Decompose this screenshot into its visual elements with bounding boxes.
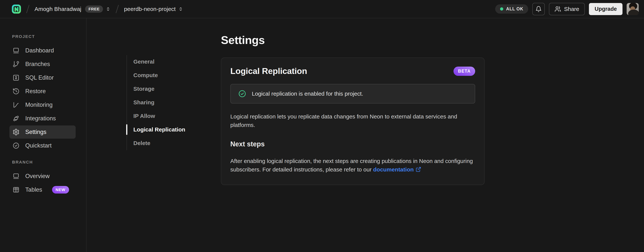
success-message: Logical replication is enabled for this … xyxy=(252,90,363,97)
share-button[interactable]: Share xyxy=(549,3,585,15)
sidebar-item-label: Overview xyxy=(25,173,50,180)
bell-icon xyxy=(535,6,542,12)
upgrade-button[interactable]: Upgrade xyxy=(589,3,622,15)
description-text: Logical replication lets you replicate d… xyxy=(230,112,475,129)
sidebar-item-label: Dashboard xyxy=(25,47,54,54)
header-actions: ALL OK Share Upgrade xyxy=(495,3,639,15)
subnav-item-storage[interactable]: Storage xyxy=(127,82,194,96)
breadcrumb-org[interactable]: Amogh Bharadwaj FREE xyxy=(34,6,110,13)
branches-icon xyxy=(12,60,20,68)
settings-subnav: General Compute Storage Sharing IP Allow… xyxy=(126,55,194,150)
sidebar-item-settings[interactable]: Settings xyxy=(10,126,76,139)
users-icon xyxy=(554,6,561,12)
notifications-button[interactable] xyxy=(532,3,545,15)
card-header: Logical Replication BETA xyxy=(230,66,475,76)
sidebar-item-label: Tables xyxy=(25,186,42,193)
status-label: ALL OK xyxy=(506,6,523,12)
sidebar-item-label: Quickstart xyxy=(25,142,52,149)
next-steps-text: After enabling logical replication, the … xyxy=(230,157,475,174)
next-steps-title: Next steps xyxy=(230,140,475,148)
sidebar-item-tables[interactable]: Tables NEW xyxy=(10,183,76,196)
status-badge[interactable]: ALL OK xyxy=(495,4,528,14)
project-name: peerdb-neon-project xyxy=(124,6,176,12)
check-circle-icon xyxy=(238,90,246,98)
breadcrumb-separator xyxy=(116,5,119,13)
sql-editor-icon xyxy=(12,74,20,81)
avatar[interactable] xyxy=(627,3,639,15)
sidebar-item-label: Settings xyxy=(25,129,46,136)
subnav-item-delete[interactable]: Delete xyxy=(127,136,194,150)
external-link-icon xyxy=(416,166,421,172)
sidebar-item-label: Branches xyxy=(25,61,50,68)
subnav-item-general[interactable]: General xyxy=(127,55,194,68)
sidebar-item-label: SQL Editor xyxy=(25,74,54,81)
subnav-item-sharing[interactable]: Sharing xyxy=(127,96,194,109)
next-steps-text-before: After enabling logical replication, the … xyxy=(230,158,473,172)
sidebar-item-restore[interactable]: Restore xyxy=(10,85,76,98)
sidebar-section-project: PROJECT xyxy=(0,34,86,39)
integrations-icon xyxy=(12,115,20,122)
sidebar-item-integrations[interactable]: Integrations xyxy=(10,112,76,125)
sidebar-section-branch: BRANCH xyxy=(0,160,86,165)
sidebar-item-overview[interactable]: Overview xyxy=(10,170,76,183)
share-label: Share xyxy=(564,6,579,12)
plan-badge: FREE xyxy=(85,6,103,13)
quickstart-icon xyxy=(12,142,20,149)
sidebar-item-label: Monitoring xyxy=(25,102,53,108)
success-banner: Logical replication is enabled for this … xyxy=(230,84,475,104)
page-title: Settings xyxy=(221,34,484,46)
sidebar-item-monitoring[interactable]: Monitoring xyxy=(10,98,76,112)
monitoring-icon xyxy=(12,101,20,108)
top-header: Amogh Bharadwaj FREE peerdb-neon-project… xyxy=(0,0,644,18)
sidebar-item-label: Restore xyxy=(25,88,46,95)
sidebar-item-dashboard[interactable]: Dashboard xyxy=(10,44,76,57)
sidebar-item-sql-editor[interactable]: SQL Editor xyxy=(10,71,76,84)
sidebar-item-quickstart[interactable]: Quickstart xyxy=(10,139,76,152)
subnav-item-ip-allow[interactable]: IP Allow xyxy=(127,110,194,122)
neon-logo-icon[interactable] xyxy=(12,4,21,14)
subnav-item-compute[interactable]: Compute xyxy=(127,69,194,82)
status-ok-dot-icon xyxy=(500,7,503,10)
overview-icon xyxy=(12,172,20,180)
restore-icon xyxy=(12,88,20,95)
main-content: Settings Logical Replication BETA Logica… xyxy=(221,34,484,185)
logical-replication-card: Logical Replication BETA Logical replica… xyxy=(221,58,484,185)
sidebar-item-label: Integrations xyxy=(25,115,56,122)
new-badge: NEW xyxy=(52,186,69,194)
org-name: Amogh Bharadwaj xyxy=(34,6,81,12)
chevrons-up-down-icon[interactable] xyxy=(178,6,183,12)
chevrons-up-down-icon[interactable] xyxy=(106,6,110,12)
settings-gear-icon xyxy=(12,128,20,136)
breadcrumb-project[interactable]: peerdb-neon-project xyxy=(124,6,183,12)
documentation-link[interactable]: documentation xyxy=(373,166,421,172)
beta-badge: BETA xyxy=(454,66,475,76)
breadcrumb-separator xyxy=(26,5,30,13)
card-title: Logical Replication xyxy=(230,66,307,76)
sidebar-item-branches[interactable]: Branches xyxy=(10,58,76,71)
dashboard-icon xyxy=(12,47,20,54)
tables-icon xyxy=(12,186,20,193)
sidebar: PROJECT Dashboard Branches SQL Editor xyxy=(0,18,86,252)
documentation-link-label: documentation xyxy=(373,166,414,172)
subnav-item-logical-replication[interactable]: Logical Replication xyxy=(127,123,194,136)
